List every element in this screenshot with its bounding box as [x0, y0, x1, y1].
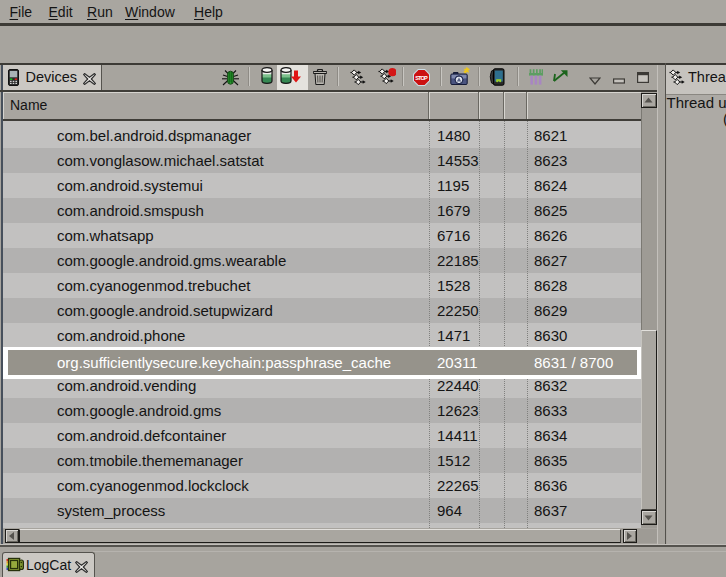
svg-text:STOP: STOP — [415, 75, 428, 81]
